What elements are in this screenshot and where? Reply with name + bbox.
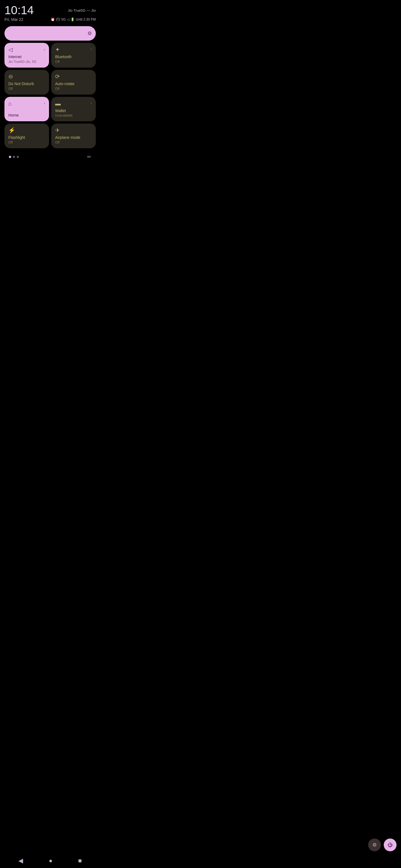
brightness-slider[interactable]: ⚙ bbox=[4, 26, 96, 41]
pagination-dots bbox=[9, 156, 19, 158]
wallet-tile[interactable]: ▬ › Wallet Unavailable bbox=[51, 97, 96, 122]
internet-subtitle: Jio True5G-Jio, 5G bbox=[8, 60, 45, 64]
home-tile[interactable]: ⌂ › Home bbox=[4, 97, 49, 122]
bluetooth-tile[interactable]: ✦ › Bluetooth Off bbox=[51, 43, 96, 68]
battery-label: Until 2:30 PM bbox=[76, 18, 96, 22]
home-title: Home bbox=[8, 113, 45, 118]
quick-settings-panel: ⚙ ◁ › Internet Jio True5G-Jio, 5G ✦ › Bl… bbox=[0, 23, 100, 165]
airplane-icon: ✈ bbox=[55, 127, 60, 133]
airplane-tile[interactable]: ✈ Airplane mode Off bbox=[51, 124, 96, 148]
dnd-title: Do Not Disturb bbox=[8, 82, 45, 86]
date-label: Fri, Mar 22 bbox=[4, 17, 23, 22]
tile-row-4: ⚡ Flashlight Off ✈ Airplane mode Off bbox=[4, 124, 96, 148]
dot-2 bbox=[13, 156, 15, 158]
tile-row-3: ⌂ › Home ▬ › Wallet Unavailable bbox=[4, 97, 96, 122]
autorotate-title: Auto-rotate bbox=[55, 82, 92, 86]
bluetooth-title: Bluetooth bbox=[55, 55, 92, 59]
home-icon: ⌂ bbox=[8, 101, 12, 106]
flashlight-icon: ⚡ bbox=[8, 127, 15, 133]
tile-row-2: ⊖ Do Not Disturb Off ⟳ Auto-rotate Off bbox=[4, 70, 96, 95]
internet-icon: ◁ bbox=[8, 47, 12, 52]
flashlight-tile[interactable]: ⚡ Flashlight Off bbox=[4, 124, 49, 148]
dot-1 bbox=[9, 156, 11, 158]
dnd-tile[interactable]: ⊖ Do Not Disturb Off bbox=[4, 70, 49, 95]
wallet-arrow: › bbox=[90, 101, 92, 105]
internet-arrow: › bbox=[44, 47, 45, 52]
alarm-icon: ⏰ bbox=[51, 18, 55, 22]
status-icons: ⏰ 📳 5G ◁ 🔋 Until 2:30 PM bbox=[51, 18, 96, 22]
internet-title: Internet bbox=[8, 55, 45, 59]
dnd-subtitle: Off bbox=[8, 87, 45, 91]
airplane-title: Airplane mode bbox=[55, 135, 92, 140]
dnd-icon: ⊖ bbox=[8, 74, 13, 79]
wallet-icon: ▬ bbox=[55, 101, 61, 106]
edit-icon[interactable]: ✏ bbox=[87, 154, 91, 160]
network-label: 5G bbox=[61, 18, 66, 22]
airplane-subtitle: Off bbox=[55, 141, 92, 145]
signal-icon: ◁ bbox=[67, 18, 69, 22]
carrier-label: Jio True5G — Jio bbox=[68, 8, 96, 12]
battery-icon: 🔋 bbox=[70, 18, 75, 22]
tile-row-1: ◁ › Internet Jio True5G-Jio, 5G ✦ › Blue… bbox=[4, 43, 96, 68]
flashlight-subtitle: Off bbox=[8, 141, 45, 145]
dot-3 bbox=[17, 156, 19, 158]
bluetooth-icon: ✦ bbox=[55, 47, 60, 52]
vibrate-icon: 📳 bbox=[56, 18, 60, 22]
bluetooth-subtitle: Off bbox=[55, 60, 92, 64]
bluetooth-arrow: › bbox=[90, 47, 92, 51]
autorotate-tile[interactable]: ⟳ Auto-rotate Off bbox=[51, 70, 96, 95]
flashlight-title: Flashlight bbox=[8, 135, 45, 140]
clock: 10:14 bbox=[4, 4, 34, 16]
pagination-row: ✏ bbox=[4, 152, 96, 162]
wallet-title: Wallet bbox=[55, 108, 92, 113]
autorotate-subtitle: Off bbox=[55, 87, 92, 91]
wallet-subtitle: Unavailable bbox=[55, 114, 92, 117]
autorotate-icon: ⟳ bbox=[55, 74, 60, 79]
internet-tile[interactable]: ◁ › Internet Jio True5G-Jio, 5G bbox=[4, 43, 49, 68]
brightness-icon: ⚙ bbox=[87, 30, 92, 36]
home-arrow: › bbox=[44, 101, 45, 105]
status-bar: 10:14 Jio True5G — Jio Fri, Mar 22 ⏰ 📳 5… bbox=[0, 0, 100, 23]
